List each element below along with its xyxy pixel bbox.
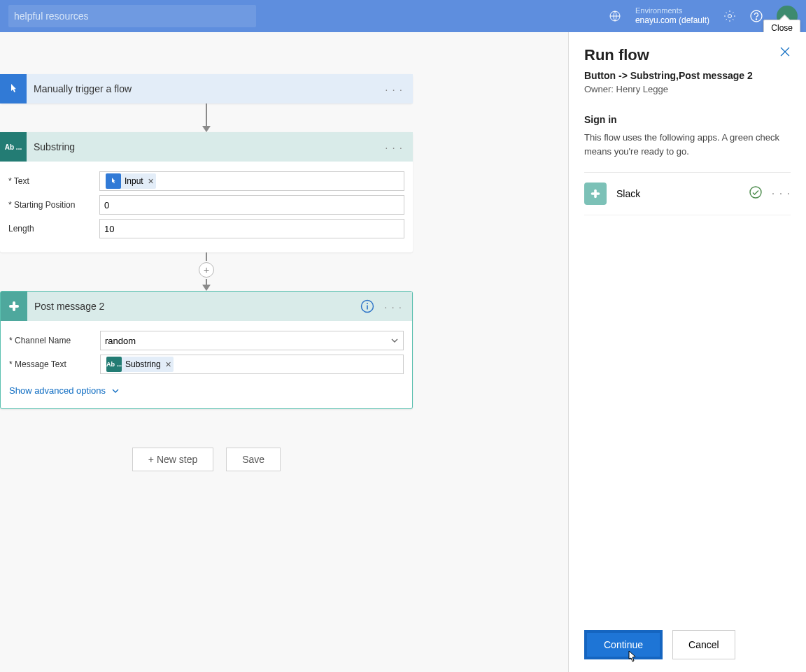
svg-point-8: [367, 303, 368, 304]
gear-icon[interactable]: [723, 10, 736, 22]
post-title: Post message 2: [27, 301, 360, 312]
field-label-channel: * Channel Name: [9, 336, 100, 345]
field-label-text: * Text: [8, 176, 99, 186]
tooltip-text: Close: [771, 23, 793, 33]
message-input[interactable]: Ab ... Substring ✕: [100, 355, 404, 374]
substring-card[interactable]: Ab ... Substring · · · * Text Input ✕ * …: [0, 132, 413, 252]
bottom-buttons: + New step Save: [0, 448, 413, 471]
field-text: * Text Input ✕: [8, 171, 404, 191]
arrow-head-icon: [202, 285, 211, 291]
signin-description: This flow uses the following apps. A gre…: [584, 131, 791, 158]
substring-icon: Ab ...: [106, 357, 122, 372]
check-icon: [749, 186, 762, 201]
text-input[interactable]: Input ✕: [99, 171, 404, 191]
svg-point-1: [728, 15, 732, 18]
trigger-card[interactable]: Manually trigger a flow · · ·: [0, 74, 413, 103]
slack-icon: [584, 183, 607, 205]
token-label: Substring: [125, 359, 161, 369]
substring-body: * Text Input ✕ * Starting Position 0 Len…: [0, 162, 413, 252]
panel-footer: Continue Cancel: [569, 617, 806, 672]
svg-rect-5: [13, 301, 15, 311]
field-message: * Message Text Ab ... Substring ✕: [9, 355, 404, 374]
input-token[interactable]: Input ✕: [106, 173, 156, 189]
svg-point-11: [750, 187, 761, 198]
pointer-icon: [106, 173, 121, 189]
post-header[interactable]: Post message 2 · · ·: [1, 292, 412, 321]
channel-value: random: [105, 336, 136, 346]
chevron-down-icon: [390, 336, 399, 345]
ellipsis-icon[interactable]: · · ·: [385, 83, 403, 95]
pointer-icon: [0, 74, 27, 103]
connector-1: [0, 103, 413, 132]
top-bar: helpful resources Environments enayu.com…: [0, 0, 806, 32]
panel-subtitle: Button -> Substring,Post message 2: [584, 70, 791, 81]
arrow-line: [206, 252, 207, 261]
substring-title: Substring: [27, 141, 385, 152]
post-body: * Channel Name random * Message Text Ab …: [1, 321, 412, 408]
panel-title-row: Run flow: [584, 46, 791, 64]
close-icon[interactable]: ✕: [165, 360, 171, 369]
slack-icon: [1, 292, 27, 321]
environment-picker[interactable]: Environments enayu.com (default): [635, 6, 709, 26]
connector-2: +: [0, 252, 413, 291]
advanced-label: Show advanced options: [9, 385, 106, 396]
field-label-message: * Message Text: [9, 359, 100, 369]
arrow-line: [206, 103, 207, 126]
continue-button[interactable]: Continue: [587, 633, 660, 657]
ellipsis-icon[interactable]: · · ·: [772, 187, 791, 200]
ellipsis-icon[interactable]: · · ·: [384, 301, 402, 313]
signin-heading: Sign in: [584, 114, 791, 125]
arrow-line: [206, 279, 207, 285]
info-icon[interactable]: [360, 299, 374, 313]
trigger-header[interactable]: Manually trigger a flow · · ·: [0, 74, 413, 103]
token-label: Input: [125, 176, 143, 186]
search-placeholder: helpful resources: [14, 10, 89, 22]
save-button[interactable]: Save: [226, 448, 281, 471]
help-icon[interactable]: [750, 10, 763, 22]
field-label-length: Length: [8, 224, 99, 234]
run-flow-panel: Run flow Button -> Substring,Post messag…: [568, 32, 806, 672]
field-channel: * Channel Name random: [9, 331, 404, 350]
field-length: Length 10: [8, 219, 404, 238]
start-input[interactable]: 0: [99, 195, 404, 215]
substring-header[interactable]: Ab ... Substring · · ·: [0, 132, 413, 162]
connection-name: Slack: [616, 188, 749, 199]
environment-label: Environments: [635, 6, 709, 15]
svg-rect-10: [594, 190, 597, 199]
show-advanced-link[interactable]: Show advanced options: [9, 385, 120, 396]
field-label-start: * Starting Position: [8, 200, 99, 210]
continue-button-focus: Continue: [584, 630, 663, 659]
post-message-card[interactable]: Post message 2 · · · * Channel Name rand…: [0, 291, 413, 409]
field-start: * Starting Position 0: [8, 195, 404, 215]
arrow-head-icon: [202, 126, 211, 132]
ellipsis-icon[interactable]: · · ·: [385, 141, 403, 153]
chevron-down-icon: [111, 387, 120, 395]
globe-icon[interactable]: [609, 10, 621, 22]
search-input[interactable]: helpful resources: [8, 5, 256, 27]
close-icon[interactable]: [779, 46, 791, 60]
panel-owner: Owner: Henry Legge: [584, 84, 791, 94]
cancel-button[interactable]: Cancel: [672, 630, 735, 659]
substring-token[interactable]: Ab ... Substring ✕: [106, 357, 174, 372]
connection-row-slack: Slack · · ·: [584, 173, 791, 215]
trigger-title: Manually trigger a flow: [27, 83, 385, 94]
add-step-icon[interactable]: +: [199, 262, 214, 278]
channel-select[interactable]: random: [100, 331, 404, 350]
substring-icon: Ab ...: [0, 132, 27, 162]
svg-point-3: [756, 19, 756, 20]
close-icon[interactable]: ✕: [148, 177, 154, 186]
environment-value: enayu.com (default): [635, 15, 709, 25]
new-step-button[interactable]: + New step: [132, 448, 213, 471]
panel-body: Run flow Button -> Substring,Post messag…: [569, 32, 806, 617]
length-input[interactable]: 10: [99, 219, 404, 238]
svg-rect-7: [367, 306, 368, 310]
panel-title: Run flow: [584, 46, 649, 64]
